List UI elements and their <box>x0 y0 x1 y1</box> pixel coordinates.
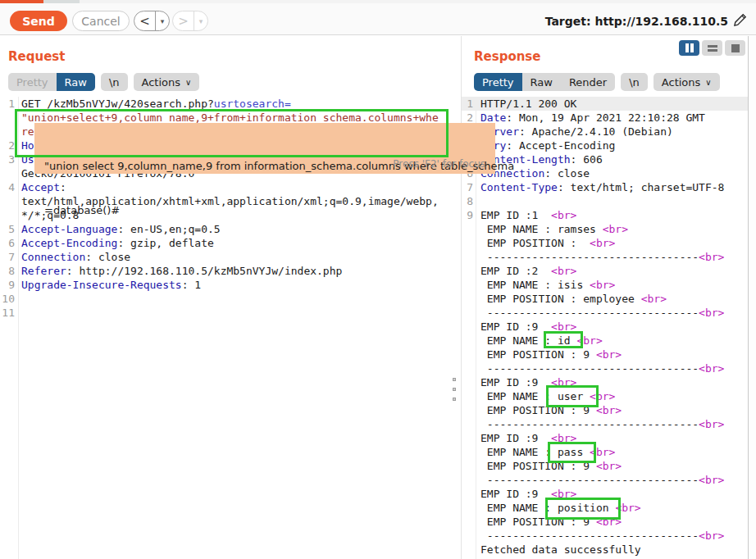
editor-line: EMP NAME : pass <br> <box>462 445 748 459</box>
layout-single-icon <box>731 44 740 52</box>
forward-button[interactable]: > <box>173 11 194 30</box>
editor-line: EMP POSITION : <br> <box>462 236 748 250</box>
line-number <box>462 264 476 278</box>
line-number <box>462 292 476 306</box>
back-button-group[interactable]: < ▾ <box>134 11 170 31</box>
response-tabs: Pretty Raw Render \n Actions ∨ <box>474 73 720 91</box>
line-number: 7 <box>0 250 18 264</box>
pencil-icon[interactable] <box>733 12 748 27</box>
tab-response-raw[interactable]: Raw <box>522 73 561 91</box>
line-number <box>462 487 476 501</box>
tab-response-newline[interactable]: \n <box>621 73 648 91</box>
line-number: 4 <box>0 180 18 194</box>
editor-line: EMP ID :9 <br> <box>462 320 748 334</box>
line-number <box>462 529 476 543</box>
editor-line: EMP POSITION : 9 <br> <box>462 348 748 361</box>
forward-dropdown[interactable]: ▾ <box>194 11 207 30</box>
editor-line: 3Server: Apache/2.4.10 (Debian) <box>462 125 748 139</box>
tab-request-actions[interactable]: Actions ∨ <box>134 73 200 91</box>
line-number <box>0 194 18 208</box>
repeater-window: Send Cancel < ▾ > ▾ Target: http://192.1… <box>0 0 756 559</box>
editor-line: ---------------------------------<br> <box>462 306 748 320</box>
line-text <box>18 306 21 320</box>
line-number <box>462 278 476 292</box>
line-number <box>462 445 476 459</box>
editor-line: Fetched data successfully <box>462 543 748 557</box>
line-number <box>462 501 476 515</box>
layout-columns-button[interactable] <box>679 40 699 56</box>
line-text: Referer: http://192.168.110.5/kzMb5nVYJw… <box>18 264 342 278</box>
editor-line: 8 <box>462 194 748 208</box>
line-text: EMP NAME : ramses <br> <box>476 222 628 236</box>
line-text: EMP ID :2 <br> <box>476 264 576 278</box>
line-text: EMP POSITION : <br> <box>476 236 615 250</box>
line-number <box>462 348 476 361</box>
annotation-box-id <box>544 331 583 348</box>
line-text: HTTP/1.1 200 OK <box>476 97 576 111</box>
tab-request-pretty[interactable]: Pretty <box>8 73 57 91</box>
line-number <box>0 166 18 180</box>
tab-request-newline[interactable]: \n <box>101 73 128 91</box>
line-text: ---------------------------------<br> <box>476 529 724 543</box>
annotation-box-pass <box>548 442 596 463</box>
target-label: Target: <box>545 15 591 28</box>
editor-line: EMP POSITION : 9 <br> <box>462 403 748 417</box>
line-number <box>0 208 18 222</box>
editor-line: 10 <box>0 292 461 306</box>
editor-line: ---------------------------------<br> <box>462 529 748 543</box>
tab-response-render[interactable]: Render <box>561 73 615 91</box>
panel-divider <box>461 36 462 559</box>
line-text: EMP NAME : id <br> <box>476 334 603 348</box>
tab-request-raw[interactable]: Raw <box>57 73 95 91</box>
line-number <box>462 361 476 375</box>
layout-rows-icon <box>708 45 717 52</box>
line-number: 1 <box>462 97 476 111</box>
toolbar: Send Cancel < ▾ > ▾ Target: http://192.1… <box>0 3 756 35</box>
layout-single-button[interactable] <box>725 40 745 56</box>
line-text: ---------------------------------<br> <box>476 361 724 375</box>
editor-line: 9EMP ID :1 <br> <box>462 208 748 222</box>
actions-label: Actions <box>662 76 701 89</box>
send-button[interactable]: Send <box>10 11 67 31</box>
back-dropdown[interactable]: ▾ <box>155 11 169 30</box>
line-number <box>462 306 476 320</box>
chevron-down-icon: ∨ <box>185 78 191 87</box>
back-button[interactable]: < <box>134 11 155 30</box>
line-number <box>462 375 476 389</box>
editor-line: EMP NAME : ramses <br> <box>462 222 748 236</box>
splitter-handle[interactable] <box>453 378 456 401</box>
editor-line: ---------------------------------<br> <box>462 473 748 487</box>
line-text: EMP POSITION : 9 <br> <box>476 348 622 361</box>
line-text: ---------------------------------<br> <box>476 417 724 431</box>
response-scrollbar[interactable] <box>748 36 756 559</box>
editor-line: EMP NAME : id <br> <box>462 334 748 348</box>
line-number: 10 <box>0 292 18 306</box>
request-panel-title: Request <box>8 49 65 64</box>
editor-line: ---------------------------------<br> <box>462 417 748 431</box>
line-text <box>18 292 21 306</box>
editor-line: EMP ID :2 <br> <box>462 264 748 278</box>
line-text: EMP ID :1 <br> <box>476 208 576 222</box>
line-text: ---------------------------------<br> <box>476 306 724 320</box>
layout-rows-button[interactable] <box>702 40 722 56</box>
editor-line: 7Content-Type: text/html; charset=UTF-8 <box>462 180 748 194</box>
editor-line: EMP ID :9 <br> <box>462 431 748 445</box>
target-url: Target: http://192.168.110.5 <box>545 15 728 28</box>
chevron-down-icon: ∨ <box>705 78 711 87</box>
line-number <box>462 431 476 445</box>
editor-line: 11 <box>0 306 461 320</box>
line-text: Upgrade-Insecure-Requests: 1 <box>18 278 201 292</box>
line-number <box>462 334 476 348</box>
line-text: EMP NAME : isis <br> <box>476 278 615 292</box>
editor-line: ---------------------------------<br> <box>462 250 748 264</box>
line-number: 5 <box>0 222 18 236</box>
forward-button-group[interactable]: > ▾ <box>172 11 208 31</box>
tab-response-pretty[interactable]: Pretty <box>474 73 522 91</box>
tab-response-actions[interactable]: Actions ∨ <box>654 73 720 91</box>
request-tabs: Pretty Raw \n Actions ∨ <box>8 73 199 91</box>
cancel-button[interactable]: Cancel <box>72 11 130 31</box>
editor-line: 4Vary: Accept-Encoding <box>462 139 748 152</box>
line-number: 6 <box>0 236 18 250</box>
line-number: 11 <box>0 306 18 320</box>
target-value: http://192.168.110.5 <box>594 15 728 28</box>
